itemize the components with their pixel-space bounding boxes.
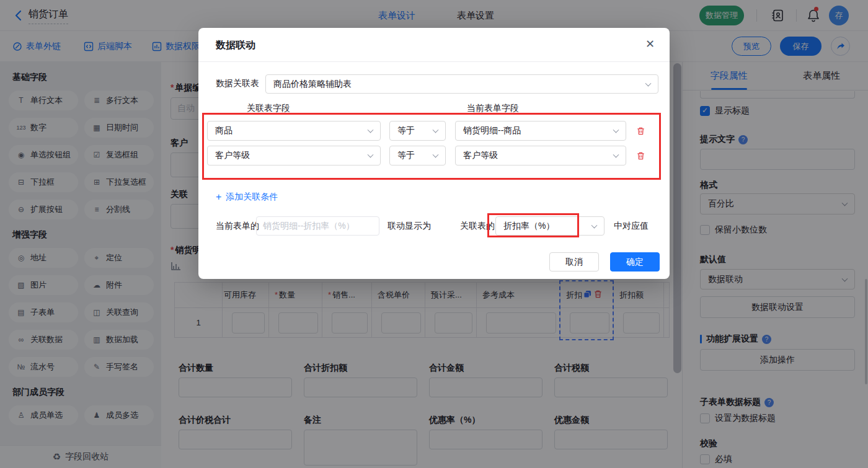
condition-operator-select-value: 等于 — [397, 125, 415, 136]
condition-left-select-value: 客户等级 — [215, 150, 250, 161]
chevron-down-icon — [368, 127, 374, 133]
condition-left-select[interactable]: 商品 — [207, 121, 381, 141]
relation-table-value: 商品价格策略辅助表 — [273, 79, 352, 90]
cancel-button[interactable]: 取消 — [549, 252, 599, 272]
relation-field-value: 折扣率（%） — [503, 221, 554, 232]
chevron-down-icon — [591, 222, 598, 228]
condition-left-select[interactable]: 客户等级 — [207, 146, 381, 166]
delete-condition-icon[interactable] — [636, 126, 645, 136]
close-icon[interactable] — [645, 37, 655, 51]
chevron-down-icon — [613, 152, 619, 158]
condition-right-select-value: 销货明细--商品 — [463, 125, 521, 136]
chevron-down-icon — [368, 152, 374, 158]
chevron-down-icon — [433, 127, 439, 133]
chevron-down-icon — [433, 152, 439, 158]
left-column-header: 关联表字段 — [247, 103, 290, 114]
confirm-button[interactable]: 确定 — [610, 252, 660, 272]
condition-operator-select[interactable]: 等于 — [389, 146, 446, 166]
chevron-down-icon — [613, 127, 619, 133]
delete-condition-icon[interactable] — [636, 151, 645, 161]
condition-row-1: 客户等级等于客户等级 — [207, 146, 661, 166]
add-condition-label: 添加关联条件 — [226, 192, 278, 203]
linkage-display-label: 联动显示为 — [388, 216, 431, 236]
form-designer-app: 销货订单 表单设计 表单设置 数据管理 存 表单外链 后端脚本 数据权限 预览 … — [0, 0, 868, 468]
modal-header: 数据联动 — [198, 28, 670, 62]
suffix-label: 中对应值 — [614, 216, 649, 236]
current-form-label: 当前表单的 — [216, 216, 259, 236]
add-condition-link[interactable]: 添加关联条件 — [216, 192, 278, 203]
condition-operator-select[interactable]: 等于 — [389, 121, 446, 141]
relation-field-select[interactable]: 折扣率（%） — [495, 216, 604, 236]
relation-table-select[interactable]: 商品价格策略辅助表 — [265, 74, 658, 94]
condition-left-select-value: 商品 — [215, 125, 232, 136]
condition-list: 商品等于销货明细--商品客户等级等于客户等级 — [207, 121, 661, 170]
condition-right-select[interactable]: 销货明细--商品 — [455, 121, 626, 141]
relation-of-label: 关联表的 — [460, 216, 495, 236]
condition-operator-select-value: 等于 — [397, 150, 415, 161]
modal-title: 数据联动 — [216, 28, 255, 62]
data-linkage-modal: 数据联动 数据关联表 商品价格策略辅助表 关联表字段 当前表单字段 商品等于销货… — [198, 28, 670, 279]
right-column-header: 当前表单字段 — [467, 103, 519, 114]
chevron-down-icon — [645, 80, 652, 86]
current-field-input: 销货明细--折扣率（%） — [256, 216, 379, 236]
condition-row-0: 商品等于销货明细--商品 — [207, 121, 661, 141]
condition-right-select-value: 客户等级 — [463, 150, 498, 161]
condition-right-select[interactable]: 客户等级 — [455, 146, 626, 166]
plus-icon — [216, 192, 221, 203]
relation-table-label: 数据关联表 — [216, 78, 259, 89]
